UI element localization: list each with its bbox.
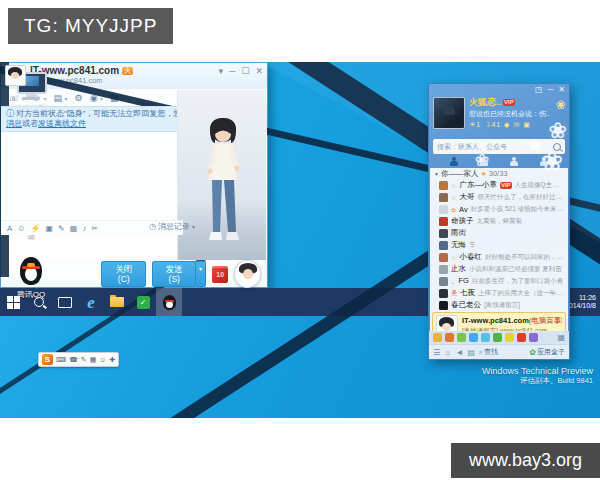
qq-show-panel[interactable] <box>177 90 266 260</box>
app-more-icon[interactable] <box>529 333 538 342</box>
offline-file-link[interactable]: 发送离线文件 <box>38 119 86 128</box>
profile-name[interactable]: 火狐恋.. <box>469 97 501 108</box>
music-icon[interactable]: ♪ <box>82 224 86 233</box>
profile-avatar[interactable] <box>433 97 465 129</box>
qq-penguin-icon <box>163 295 176 310</box>
contact-status: [离线请留言] <box>484 301 520 310</box>
appbox-button[interactable]: ✿ 应用盒子 <box>529 347 565 357</box>
close-chat-button[interactable]: 关闭(C) <box>101 261 146 287</box>
shake-icon[interactable]: ⚡ <box>31 224 41 233</box>
contact-row[interactable]: 圣 七夜 上伟了的应用大全（这一年笑） <box>430 287 568 299</box>
main-menu-icon[interactable]: ☰ <box>433 348 440 357</box>
search-bar[interactable]: 搜索：联系人、公众号 <box>433 139 565 154</box>
app-weibo-icon[interactable] <box>517 333 526 342</box>
volume-icon[interactable]: ◄ <box>456 348 464 357</box>
contact-row-selected[interactable]: IT-www.pc841.com(电脑百事网) [离线请留言] www.pc84… <box>432 312 566 331</box>
ime-keyboard-icon[interactable]: ⌨ <box>56 354 66 365</box>
contact-list[interactable]: ▼ 你——家人 ★ 30/33 ☆ 广东—小章 VIP 人生就像Q主线已经预走过… <box>430 168 568 331</box>
ime-phone-icon[interactable]: ☎ <box>69 354 78 365</box>
profile-signature[interactable]: 想说也已经没机会说：伤.. <box>469 108 565 119</box>
chat-button-row: 关闭(C) 发送(S) ▾ 10 <box>1 261 267 287</box>
tab-recent[interactable] <box>509 157 520 167</box>
doodle-icon[interactable]: ✎ <box>58 224 65 233</box>
taskbar-ie-button[interactable]: e <box>78 288 104 316</box>
font-icon[interactable]: A <box>7 224 12 233</box>
task-view-button[interactable] <box>52 288 78 316</box>
tab-groups[interactable] <box>479 157 490 167</box>
panel-titlebar[interactable]: ◳ ─ ✕ <box>429 84 569 96</box>
contact-avatar <box>436 315 458 331</box>
contact-row[interactable]: ☆ 大哥 很天忙什么了，在家好好过一个好…… <box>430 191 568 203</box>
qq-show-character <box>192 116 254 258</box>
app-qzone-icon[interactable] <box>481 333 490 342</box>
search-icon[interactable] <box>553 143 561 151</box>
search-icon <box>34 297 44 307</box>
taskbar-search-button[interactable] <box>26 288 52 316</box>
contact-group-header[interactable]: ▼ 你——家人 ★ 30/33 <box>430 168 568 179</box>
contact-badge-icon: ✿ <box>451 206 456 213</box>
emoji-icon[interactable]: ☺ <box>17 224 25 233</box>
send-button[interactable]: 发送(S) <box>152 261 196 287</box>
tab-contacts[interactable] <box>449 157 460 167</box>
app-manager-icon[interactable]: ▦ <box>557 333 565 342</box>
app-friends-icon[interactable] <box>493 333 502 342</box>
taskbar-app-button[interactable]: ✓ <box>130 288 156 316</box>
panel-close-button[interactable]: ✕ <box>558 85 565 95</box>
desktop[interactable]: 这台电脑 回收站 新建文本文档.txt 腾讯QQ S ⌨ ☎ ✎ <box>0 62 600 418</box>
taskbar-qq-button[interactable] <box>156 288 182 316</box>
scissors-icon[interactable]: ✂ <box>91 224 98 233</box>
star-icon: ★ <box>480 170 486 178</box>
chat-peer-avatar[interactable] <box>5 65 26 86</box>
remote-assist-icon[interactable]: ⚙ <box>75 93 83 103</box>
app-pen-icon[interactable] <box>433 333 442 342</box>
contact-row[interactable]: 止水 小议和和温泉已经必须要 夏利苗 <box>430 263 568 275</box>
app-farm-icon[interactable] <box>457 333 466 342</box>
contact-row[interactable]: 命孩子 太黄菊，鲜黄菊 <box>430 215 568 227</box>
contact-row[interactable]: ☆ 小春红 好好相处不可以回家的，一定真 <box>430 251 568 263</box>
sogou-input-toolbar[interactable]: S ⌨ ☎ ✎ ▦ ☺ ✚ <box>38 352 119 367</box>
settings-icon[interactable]: ☼ <box>444 348 451 357</box>
start-button[interactable] <box>0 288 26 316</box>
ime-emoji-icon[interactable]: ☺ <box>99 354 106 365</box>
gift-box-icon[interactable]: 10 <box>212 266 228 283</box>
tab-apps[interactable] <box>539 157 550 167</box>
contact-row[interactable]: 、FG 往前多生存，为了要和口袋小勇 <box>430 275 568 287</box>
ime-more-icon[interactable]: ✚ <box>110 354 116 365</box>
sogou-logo-icon[interactable]: S <box>42 354 53 365</box>
chat-message-area[interactable] <box>1 132 267 220</box>
contact-name: 无悔 <box>451 240 466 250</box>
windows-logo-icon <box>7 296 20 309</box>
screenshot-icon[interactable]: ▦ <box>70 224 78 233</box>
contact-name-suffix: (电脑百事网) <box>529 316 562 325</box>
contact-row[interactable]: 雨街 <box>430 227 568 239</box>
taskbar-explorer-button[interactable] <box>104 288 130 316</box>
ime-board-icon[interactable]: ▦ <box>90 354 97 365</box>
contact-row[interactable]: 春已老公 [离线请留言] <box>430 299 568 311</box>
app-mail-icon[interactable] <box>505 333 514 342</box>
app-video-icon[interactable] <box>469 333 478 342</box>
contact-avatar <box>439 289 448 298</box>
maximize-button[interactable]: ☐ <box>241 66 249 76</box>
contact-avatar <box>439 181 448 190</box>
chat-settings-caret[interactable]: ▾ <box>218 66 223 76</box>
ime-pen-icon[interactable]: ✎ <box>81 354 87 365</box>
file-explorer-icon <box>110 297 124 307</box>
minimize-button[interactable]: ─ <box>229 66 235 76</box>
folder-icon[interactable]: ▤ <box>467 348 475 357</box>
self-avatar[interactable] <box>234 260 261 288</box>
tg-watermark-label: TG: MYYJJPP <box>8 8 173 44</box>
image-icon[interactable]: ▣ <box>46 224 54 233</box>
message-history-button[interactable]: ◷ 消息记录 ▾ <box>149 221 195 232</box>
profile-area: 火狐恋.. VIP 想说也已经没机会说：伤.. ☀1 ☽41 ◆ ✉ ▣ ❀ <box>429 96 569 138</box>
contact-row[interactable]: ☆ 广东—小章 VIP 人生就像Q主线已经预走过…… <box>430 179 568 191</box>
find-button[interactable]: ⌕ 查找 <box>479 347 498 357</box>
contact-row[interactable]: 无悔 辛 <box>430 239 568 251</box>
skin-icon[interactable]: ◳ <box>535 85 543 95</box>
profile-level-badges: ☀1 ☽41 ◆ ✉ ▣ <box>469 119 565 130</box>
app-game-icon[interactable] <box>445 333 454 342</box>
panel-minimize-button[interactable]: ─ <box>548 85 554 95</box>
contact-status: 上伟了的应用大全（这一年笑） <box>478 289 565 298</box>
close-button[interactable]: ✕ <box>255 66 263 76</box>
send-options-caret[interactable]: ▾ <box>196 261 206 287</box>
contact-row[interactable]: ✿ Av 好多爱小孩 521 珍惜如今未来…… <box>430 203 568 215</box>
